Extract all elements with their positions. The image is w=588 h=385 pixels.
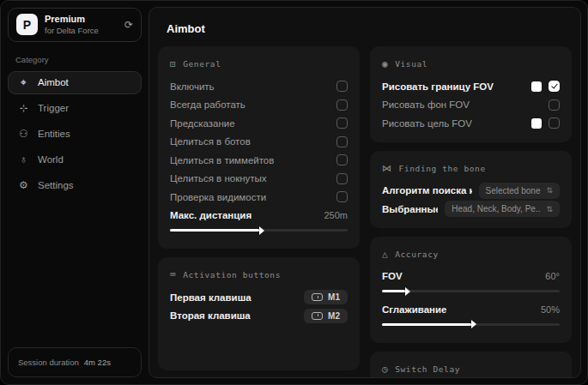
setting-row: Всегда работать <box>170 96 348 115</box>
first-key-button[interactable]: M1 <box>304 290 348 304</box>
fov-label: FOV <box>382 271 403 281</box>
switch-delay-panel: ◷ Switch Delay Задержка переключения Зад… <box>370 352 572 379</box>
fov-target-checkbox[interactable] <box>549 117 560 129</box>
bone-algorithm-label: Алгоритм поиска кост <box>382 185 472 196</box>
switch-delay-title: Switch Delay <box>395 364 460 374</box>
sidebar-item-world[interactable]: ♁ World <box>8 148 142 171</box>
scan-icon: ⊡ <box>170 58 176 69</box>
fov-target-row: Рисовать цель FOV <box>382 114 560 133</box>
slider-fill <box>382 290 405 292</box>
accuracy-panel: △ Accuracy FOV 60° Сглаживание 50% <box>370 237 572 343</box>
app-logo: P <box>16 14 38 35</box>
sidebar-nav: ⌖ Aimbot ⊹ Trigger ⚇ Entities ♁ World ⚙ … <box>8 71 142 197</box>
always-work-checkbox[interactable] <box>336 99 348 111</box>
fov-background-checkbox[interactable] <box>549 99 560 111</box>
max-distance-row: Макс. дистанция 250m <box>170 207 348 226</box>
fov-border-row: Рисовать границу FOV <box>382 77 560 96</box>
setting-row: Включить <box>170 77 348 96</box>
selected-value: Head, Neck, Body, Pe.. <box>452 204 540 214</box>
prediction-checkbox[interactable] <box>336 117 348 129</box>
app-window: P Premium for Delta Force ⟳ Category ⌖ A… <box>0 0 588 385</box>
general-title: General <box>183 59 221 69</box>
bone-algorithm-select[interactable]: Selected bone ⇅ <box>479 183 561 199</box>
setting-label: Всегда работать <box>170 99 246 110</box>
keybind-value: M1 <box>328 292 340 302</box>
smoothing-label: Сглаживание <box>382 304 446 315</box>
setting-row: Предсказание <box>170 114 348 133</box>
sidebar-item-entities[interactable]: ⚇ Entities <box>8 123 142 146</box>
fov-border-color-swatch[interactable] <box>531 81 542 92</box>
mouse-icon <box>312 293 323 301</box>
fov-border-checkbox[interactable] <box>549 81 560 92</box>
visual-title: Visual <box>395 59 427 69</box>
right-column: ◉ Visual Рисовать границу FOV Рисовать ф… <box>370 46 572 370</box>
general-header: ⊡ General <box>170 58 348 69</box>
visibility-check-checkbox[interactable] <box>336 191 348 202</box>
fov-target-label: Рисовать цель FOV <box>382 118 472 129</box>
premium-title: Premium <box>45 14 99 26</box>
select-caret-icon: ⇅ <box>546 186 553 195</box>
selected-bones-row: Выбранные кос Head, Neck, Body, Pe.. ⇅ <box>382 200 560 219</box>
slider-fill <box>382 323 471 326</box>
first-key-label: Первая клавиша <box>170 292 252 303</box>
bone-title: Finding the bone <box>399 164 486 173</box>
max-distance-slider[interactable] <box>170 229 348 232</box>
fov-border-label: Рисовать границу FOV <box>382 81 494 92</box>
enable-checkbox[interactable] <box>336 81 348 92</box>
entities-icon: ⚇ <box>18 128 29 140</box>
setting-label: Целиться в тиммейтов <box>170 155 274 165</box>
globe-icon: ♁ <box>18 153 29 165</box>
keyboard-icon: ⌨ <box>170 269 176 280</box>
visual-header: ◉ Visual <box>382 58 560 69</box>
finding-bone-panel: ⋈ Finding the bone Алгоритм поиска кост … <box>370 151 572 228</box>
sidebar: P Premium for Delta Force ⟳ Category ⌖ A… <box>1 1 149 384</box>
stopwatch-icon: ◷ <box>382 364 388 375</box>
setting-label: Предсказание <box>170 118 235 129</box>
sidebar-item-label: World <box>38 154 64 165</box>
general-panel: ⊡ General Включить Всегда работать Предс… <box>158 46 360 249</box>
sidebar-item-settings[interactable]: ⚙ Settings <box>8 174 142 197</box>
setting-label: Проверка видимости <box>170 192 266 202</box>
smoothing-row: Сглаживание 50% <box>382 300 560 319</box>
second-key-row: Вторая клавиша M2 <box>170 307 348 326</box>
sidebar-item-label: Aimbot <box>38 77 69 87</box>
content-columns: ⊡ General Включить Всегда работать Предс… <box>158 46 572 370</box>
crosshair-icon: ⌖ <box>18 76 29 88</box>
fov-background-label: Рисовать фон FOV <box>382 99 470 110</box>
aim-knocked-checkbox[interactable] <box>336 173 348 184</box>
sidebar-item-aimbot[interactable]: ⌖ Aimbot <box>8 71 142 94</box>
premium-card: P Premium for Delta Force ⟳ <box>8 8 142 42</box>
first-key-row: Первая клавиша M1 <box>170 288 348 307</box>
switch-delay-header: ◷ Switch Delay <box>382 364 560 375</box>
premium-text: Premium for Delta Force <box>45 14 99 36</box>
fov-target-color-swatch[interactable] <box>531 118 542 129</box>
second-key-button[interactable]: M2 <box>304 309 348 323</box>
fov-value: 60° <box>545 271 560 281</box>
sidebar-item-label: Trigger <box>38 103 69 113</box>
bone-algorithm-row: Алгоритм поиска кост Selected bone ⇅ <box>382 182 560 201</box>
main-panel: Aimbot ⊡ General Включить Всегда работат… <box>149 7 581 378</box>
aim-bots-checkbox[interactable] <box>336 136 348 147</box>
visual-panel: ◉ Visual Рисовать границу FOV Рисовать ф… <box>370 46 572 142</box>
second-key-label: Вторая клавиша <box>170 310 251 321</box>
aim-teammates-checkbox[interactable] <box>336 154 348 165</box>
triangle-icon: △ <box>382 249 388 260</box>
smoothing-slider[interactable] <box>382 323 560 326</box>
selected-value: Selected bone <box>486 186 541 196</box>
selected-bones-select[interactable]: Head, Neck, Body, Pe.. ⇅ <box>445 201 560 217</box>
bone-header: ⋈ Finding the bone <box>382 163 560 174</box>
sidebar-item-trigger[interactable]: ⊹ Trigger <box>8 97 142 120</box>
mouse-icon <box>312 312 323 320</box>
bone-icon: ⋈ <box>382 163 392 174</box>
slider-fill <box>170 229 259 232</box>
setting-label: Целиться в нокнутых <box>170 173 267 183</box>
max-distance-label: Макс. дистанция <box>170 210 252 220</box>
sync-icon[interactable]: ⟳ <box>124 19 133 31</box>
sidebar-item-label: Settings <box>38 180 74 190</box>
session-duration: Session duration 4m 22s <box>8 347 142 377</box>
setting-label: Включить <box>170 81 215 92</box>
left-column: ⊡ General Включить Всегда работать Предс… <box>158 46 360 370</box>
fov-row: FOV 60° <box>382 268 560 286</box>
setting-row: Целиться в нокнутых <box>170 170 348 189</box>
fov-slider[interactable] <box>382 290 560 292</box>
